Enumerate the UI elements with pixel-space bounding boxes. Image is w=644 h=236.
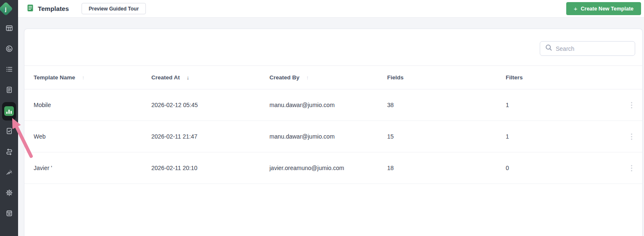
search-input[interactable]	[556, 45, 632, 52]
tools-icon	[5, 168, 13, 178]
search-box[interactable]	[540, 41, 635, 56]
row-actions-menu-icon[interactable]	[630, 163, 633, 173]
table-row[interactable]: Mobile 2026-02-12 05:45 manu.dawar@jumio…	[24, 89, 642, 121]
cell-fields: 18	[387, 165, 506, 171]
cell-template-name: Mobile	[34, 102, 151, 108]
logo-diamond: j	[0, 2, 13, 16]
table-columns-icon	[5, 24, 13, 34]
create-new-template-button[interactable]: + Create New Template	[566, 2, 641, 15]
cell-fields: 15	[387, 133, 506, 140]
sidebar-item-workflow[interactable]	[0, 142, 18, 163]
bar-chart-icon	[4, 106, 14, 116]
document-icon	[5, 86, 13, 95]
column-header-created-at[interactable]: Created At ↓	[151, 74, 269, 81]
column-label: Created At	[151, 74, 180, 81]
sidebar-nav	[0, 18, 18, 224]
logo-letter: j	[5, 6, 7, 12]
cell-filters: 1	[506, 133, 621, 140]
sidebar-item-settings[interactable]	[0, 183, 18, 204]
column-label: Template Name	[34, 74, 75, 81]
column-label: Filters	[506, 74, 523, 81]
sort-up-icon[interactable]: ↑	[82, 74, 85, 81]
row-actions-menu-icon[interactable]	[630, 132, 633, 142]
search-icon	[545, 44, 552, 53]
sidebar-item-list[interactable]	[0, 60, 18, 80]
table-row[interactable]: Web 2026-02-11 21:47 manu.dawar@jumio.co…	[24, 121, 642, 152]
sidebar-item-target[interactable]	[0, 39, 18, 60]
gear-icon	[5, 189, 13, 198]
cell-created-at: 2026-02-12 05:45	[151, 102, 269, 108]
cell-filters: 1	[506, 102, 621, 108]
jumio-logo[interactable]: j	[1, 4, 11, 14]
templates-card: Template Name ↑ Created At ↓ Created By …	[24, 29, 643, 236]
page-title: Templates	[38, 5, 69, 12]
top-header-bar: Templates Preview Guided Tour + Create N…	[18, 0, 644, 18]
templates-document-icon	[26, 4, 34, 14]
column-label: Fields	[387, 74, 404, 81]
column-header-filters: Filters	[506, 74, 621, 81]
sidebar-item-table-view[interactable]	[0, 18, 18, 39]
column-label: Created By	[269, 74, 299, 81]
cell-created-by: javier.oreamuno@jumio.com	[269, 165, 387, 171]
sort-up-icon[interactable]: ↑	[306, 74, 309, 81]
bar-2	[8, 110, 10, 114]
table-row[interactable]: Javier ' 2026-02-11 20:10 javier.oreamun…	[24, 152, 642, 184]
bar-1	[6, 112, 8, 114]
plus-icon: +	[574, 5, 578, 12]
cell-created-by: manu.dawar@jumio.com	[269, 102, 387, 108]
document-check-icon	[5, 127, 13, 136]
cell-filters: 0	[506, 165, 621, 171]
sidebar-item-archive[interactable]	[0, 204, 18, 224]
table-header-row: Template Name ↑ Created At ↓ Created By …	[24, 66, 642, 89]
card-toolbar	[24, 29, 642, 66]
sidebar-item-analytics[interactable]	[0, 101, 18, 121]
target-icon	[5, 45, 13, 54]
sidebar-item-tools[interactable]	[0, 163, 18, 183]
bar-3	[11, 111, 12, 114]
row-actions-menu-icon[interactable]	[630, 100, 633, 110]
workflow-icon	[5, 148, 13, 157]
create-button-label: Create New Template	[581, 6, 633, 12]
cell-created-at: 2026-02-11 20:10	[151, 165, 269, 171]
column-header-fields: Fields	[387, 74, 506, 81]
cell-fields: 38	[387, 102, 506, 108]
sort-down-icon[interactable]: ↓	[187, 74, 190, 81]
cell-template-name: Javier '	[34, 165, 151, 171]
preview-guided-tour-button[interactable]: Preview Guided Tour	[82, 3, 146, 14]
page-title-group: Templates	[26, 4, 69, 14]
sidebar-item-report[interactable]	[0, 121, 18, 142]
column-header-template-name[interactable]: Template Name ↑	[34, 74, 151, 81]
cell-created-by: manu.dawar@jumio.com	[269, 133, 387, 140]
list-icon	[5, 66, 13, 75]
sidebar-item-document[interactable]	[0, 80, 18, 101]
cell-created-at: 2026-02-11 21:47	[151, 133, 269, 140]
cell-template-name: Web	[34, 133, 151, 140]
column-header-created-by[interactable]: Created By ↑	[269, 74, 387, 81]
clipboard-icon	[5, 210, 13, 219]
sidebar: j	[0, 0, 18, 236]
